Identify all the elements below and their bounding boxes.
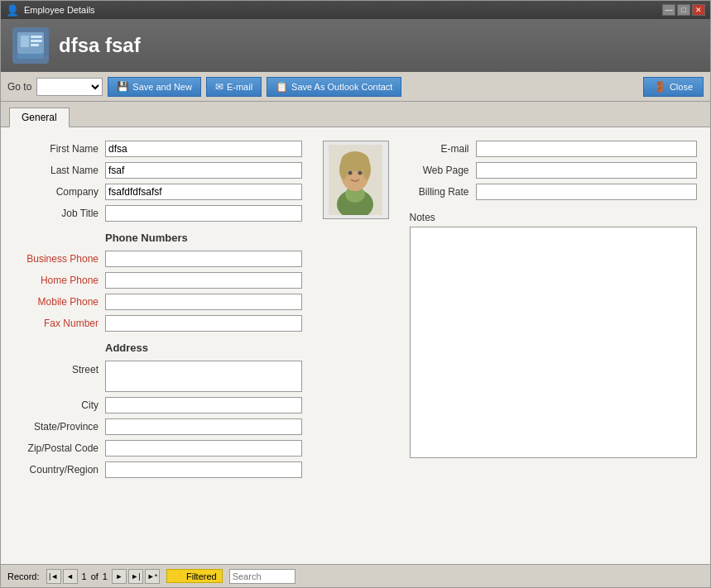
form-left: First Name Last Name Company Job Title P… <box>14 141 302 483</box>
filtered-label: Filtered <box>186 571 217 581</box>
employee-icon <box>12 27 49 64</box>
tab-general[interactable]: General <box>9 108 70 127</box>
employee-svg-icon <box>16 31 46 60</box>
status-bar: Record: |◄ ◄ 1 of 1 ► ►| ►* ⚡ Filtered <box>1 564 710 587</box>
company-row: Company <box>14 184 302 200</box>
first-name-label: First Name <box>14 143 105 155</box>
header-bar: dfsa fsaf <box>1 19 710 72</box>
zip-input[interactable] <box>105 440 302 457</box>
state-row: State/Province <box>14 418 302 435</box>
state-label: State/Province <box>14 421 105 433</box>
zip-label: Zip/Postal Code <box>14 442 105 454</box>
last-name-input[interactable] <box>105 162 302 179</box>
main-content: First Name Last Name Company Job Title P… <box>1 127 710 564</box>
svg-point-12 <box>339 160 348 179</box>
company-input[interactable] <box>105 184 302 200</box>
goto-combo[interactable] <box>36 78 103 96</box>
form-right: E-mail Web Page Billing Rate Notes <box>410 141 698 483</box>
job-title-input[interactable] <box>105 205 302 222</box>
notes-label: Notes <box>410 212 698 223</box>
toolbar: Go to 💾 Save and New ✉ E-mail 📋 Save As … <box>1 72 710 102</box>
outlook-icon: 📋 <box>276 81 288 93</box>
web-page-input[interactable] <box>476 162 698 179</box>
prev-record-button[interactable]: ◄ <box>63 569 78 584</box>
first-record-button[interactable]: |◄ <box>46 569 61 584</box>
home-phone-label: Home Phone <box>14 275 105 286</box>
save-outlook-button[interactable]: 📋 Save As Outlook Contact <box>267 77 401 97</box>
web-page-label: Web Page <box>410 165 476 176</box>
svg-point-15 <box>358 171 363 175</box>
title-bar: 👤 Employee Details — □ ✕ <box>1 1 710 19</box>
title-bar-left: 👤 Employee Details <box>6 4 95 17</box>
filter-icon: ⚡ <box>172 571 184 581</box>
last-record-button[interactable]: ►| <box>128 569 143 584</box>
email-button[interactable]: ✉ E-mail <box>206 77 262 97</box>
header-icon-area <box>11 26 50 65</box>
email-input[interactable] <box>476 141 698 157</box>
search-input[interactable] <box>229 569 295 584</box>
fax-number-row: Fax Number <box>14 315 302 332</box>
avatar-image <box>329 145 382 215</box>
email-row: E-mail <box>410 141 698 157</box>
save-and-new-button[interactable]: 💾 Save and New <box>108 77 201 97</box>
street-input[interactable] <box>105 361 302 392</box>
save-new-icon: 💾 <box>117 81 129 93</box>
svg-rect-1 <box>21 36 29 47</box>
zip-row: Zip/Postal Code <box>14 440 302 457</box>
maximize-button[interactable]: □ <box>677 4 690 16</box>
mobile-phone-row: Mobile Phone <box>14 294 302 310</box>
header-employee-name: dfsa fsaf <box>59 34 141 57</box>
form-grid: First Name Last Name Company Job Title P… <box>14 141 697 483</box>
email-icon: ✉ <box>215 81 223 93</box>
filtered-badge: ⚡ Filtered <box>166 569 223 583</box>
app-icon: 👤 <box>6 4 19 17</box>
title-bar-controls: — □ ✕ <box>662 4 705 16</box>
svg-rect-2 <box>31 36 42 38</box>
goto-label: Go to <box>7 81 31 93</box>
country-row: Country/Region <box>14 461 302 478</box>
business-phone-row: Business Phone <box>14 251 302 267</box>
next-record-button[interactable]: ► <box>112 569 127 584</box>
close-window-button[interactable]: ✕ <box>692 4 705 16</box>
state-input[interactable] <box>105 418 302 435</box>
svg-point-14 <box>348 171 353 175</box>
email-label: E-mail <box>410 143 476 155</box>
job-title-label: Job Title <box>14 208 105 219</box>
address-section-header: Address <box>105 342 302 354</box>
close-button[interactable]: 🚪 Close <box>643 77 704 97</box>
avatar-box[interactable] <box>323 141 389 219</box>
notes-section: Notes <box>410 212 698 461</box>
job-title-row: Job Title <box>14 205 302 222</box>
home-phone-input[interactable] <box>105 272 302 289</box>
billing-rate-input[interactable] <box>476 184 698 200</box>
country-input[interactable] <box>105 461 302 478</box>
city-input[interactable] <box>105 397 302 414</box>
close-icon: 🚪 <box>654 81 666 93</box>
mobile-phone-input[interactable] <box>105 294 302 310</box>
city-row: City <box>14 397 302 414</box>
svg-rect-3 <box>31 40 42 42</box>
notes-textarea[interactable] <box>410 227 698 458</box>
of-label: of <box>91 571 98 581</box>
phone-section-header: Phone Numbers <box>105 232 302 244</box>
web-page-row: Web Page <box>410 162 698 179</box>
business-phone-input[interactable] <box>105 251 302 267</box>
company-label: Company <box>14 186 105 198</box>
first-name-input[interactable] <box>105 141 302 157</box>
minimize-button[interactable]: — <box>662 4 675 16</box>
current-record: 1 <box>82 571 87 581</box>
form-center <box>319 141 393 483</box>
goto-select[interactable] <box>36 78 103 96</box>
business-phone-label: Business Phone <box>14 253 105 265</box>
billing-rate-row: Billing Rate <box>410 184 698 200</box>
last-name-label: Last Name <box>14 165 105 176</box>
tab-bar: General <box>1 102 710 127</box>
last-name-row: Last Name <box>14 162 302 179</box>
record-label: Record: <box>7 571 40 581</box>
fax-number-input[interactable] <box>105 315 302 332</box>
employee-details-window: 👤 Employee Details — □ ✕ dfsa fsaf <box>0 0 711 588</box>
new-record-button[interactable]: ►* <box>145 569 160 584</box>
billing-rate-label: Billing Rate <box>410 186 476 198</box>
street-row: Street <box>14 361 302 392</box>
nav-controls: |◄ ◄ 1 of 1 ► ►| ►* <box>46 569 160 584</box>
